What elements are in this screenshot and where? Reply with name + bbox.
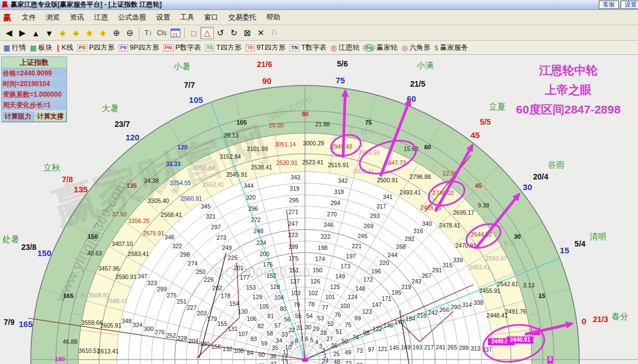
- pan-left-icon[interactable]: ◆←: [56, 27, 69, 39]
- calendar-icon[interactable]: 21: [168, 27, 182, 39]
- winner-service-icon: $: [434, 44, 438, 52]
- date-label: 23/8: [21, 243, 36, 252]
- pointer-down-icon[interactable]: ▼: [43, 27, 56, 39]
- toolbar-item-9p-square[interactable]: P99P四方形: [119, 43, 160, 53]
- toolbar-item-winner-wheel[interactable]: Big赢家轮: [363, 43, 397, 53]
- menu-item-帮助[interactable]: 帮助: [261, 11, 285, 25]
- svg-text:340: 340: [422, 220, 432, 227]
- svg-text:57: 57: [274, 322, 281, 329]
- center-cross-icon[interactable]: ✕: [254, 27, 268, 39]
- menu-item-设置[interactable]: 设置: [151, 11, 175, 25]
- svg-text:54: 54: [306, 313, 313, 319]
- pan-up-icon[interactable]: ◆↑: [83, 27, 96, 39]
- svg-text:129: 129: [252, 294, 262, 300]
- svg-text:347: 347: [138, 273, 148, 280]
- cls-icon[interactable]: Cls: [155, 27, 168, 39]
- svg-text:165: 165: [63, 292, 73, 299]
- date-label: 7/7: [184, 81, 195, 89]
- customer-service-button[interactable]: 客服: [599, 1, 619, 9]
- triangle-tool-icon[interactable]: △: [200, 27, 214, 39]
- svg-text:323: 323: [147, 280, 157, 286]
- flag-icon[interactable]: ⚐: [268, 27, 281, 39]
- gann-wheel-chart-area[interactable]: 赢家财富网www.yingjia360.comQQ:800080360360.c…: [0, 55, 638, 364]
- zoom-out-icon[interactable]: ⊖: [123, 27, 137, 39]
- toolbar-item-sectors[interactable]: ▩板块: [30, 43, 52, 53]
- menu-item-公式选股[interactable]: 公式选股: [113, 11, 151, 25]
- menu-item-文件[interactable]: 文件: [17, 11, 41, 25]
- svg-text:33.33: 33.33: [166, 160, 180, 167]
- svg-text:252: 252: [166, 332, 176, 339]
- pan-right-icon[interactable]: ◆→: [69, 27, 83, 39]
- svg-text:121: 121: [378, 346, 388, 352]
- svg-text:128: 128: [270, 283, 280, 290]
- zoom-in-icon[interactable]: ⊕: [110, 27, 123, 39]
- svg-text:244: 244: [388, 252, 398, 258]
- pan-down-icon[interactable]: ◆↓: [96, 27, 110, 39]
- toolbar-item-quotes[interactable]: ▦行情: [3, 43, 26, 53]
- svg-text:2455.91: 2455.91: [479, 287, 500, 294]
- svg-text:131: 131: [228, 325, 238, 332]
- svg-text:99: 99: [354, 315, 361, 322]
- gann-wheel-chart[interactable]: 赢家财富网www.yingjia360.comQQ:800080360360.c…: [0, 55, 638, 364]
- svg-text:339: 339: [453, 257, 463, 263]
- svg-text:313: 313: [471, 345, 481, 352]
- svg-text:146: 146: [383, 322, 393, 329]
- svg-text:169: 169: [401, 344, 411, 351]
- toolbar-item-gann-wheel[interactable]: ◎江恩轮: [330, 43, 359, 53]
- menu-item-交易委托[interactable]: 交易委托: [223, 11, 261, 25]
- svg-text:296: 296: [248, 205, 259, 212]
- toolbar-item-p-number-table[interactable]: PNP数字表: [163, 43, 201, 53]
- svg-text:60: 60: [259, 351, 265, 358]
- 9t-square-icon: T9: [246, 44, 255, 51]
- toolbar-item-winner-service[interactable]: $赢家服务: [434, 43, 468, 53]
- menu-item-资讯[interactable]: 资讯: [65, 11, 89, 25]
- calc-support-button[interactable]: 计算支撑: [34, 111, 67, 122]
- toolbar-item-9t-square[interactable]: T99T四方形: [246, 43, 286, 53]
- toolbar-item-t-number-table[interactable]: TNT数字表: [289, 43, 326, 53]
- menu-item-江恩[interactable]: 江恩: [89, 11, 113, 25]
- degree-label-150: 150: [37, 248, 51, 258]
- rotate-ccw-icon[interactable]: ↺: [214, 27, 227, 39]
- svg-text:13: 13: [282, 359, 288, 364]
- svg-text:2847.73: 2847.73: [385, 159, 406, 166]
- menu-item-窗口[interactable]: 窗口: [199, 11, 223, 25]
- svg-text:2568.41: 2568.41: [161, 211, 182, 218]
- calc-resistance-button[interactable]: 计算阻力: [2, 111, 34, 122]
- t-number-table-label: T数字表: [301, 43, 326, 53]
- toolbar-item-p-square[interactable]: PSP四方形: [77, 43, 115, 53]
- app-logo-icon: 赢: [2, 0, 8, 10]
- box-x-icon[interactable]: ⊠: [241, 27, 254, 39]
- svg-text:2613.41: 2613.41: [97, 348, 119, 354]
- svg-text:3152.84: 3152.84: [219, 153, 241, 160]
- svg-text:9.38: 9.38: [478, 202, 490, 209]
- svg-text:27: 27: [326, 335, 333, 342]
- svg-text:96: 96: [356, 362, 363, 364]
- svg-text:242: 242: [428, 309, 438, 316]
- svg-text:55: 55: [295, 313, 302, 319]
- toolbar-item-t-square[interactable]: TST四方形: [205, 43, 242, 53]
- svg-text:341: 341: [383, 193, 393, 200]
- svg-text:51: 51: [336, 328, 343, 335]
- svg-text:6.25: 6.25: [504, 240, 516, 247]
- back-icon[interactable]: ◀: [2, 27, 16, 39]
- rotate-cw-icon[interactable]: ↻: [227, 27, 241, 39]
- flip-axis-icon[interactable]: T↕: [142, 27, 155, 39]
- square-tool-icon[interactable]: □: [187, 27, 200, 39]
- menu-item-浏览[interactable]: 浏览: [41, 11, 65, 25]
- svg-text:292: 292: [405, 235, 415, 242]
- forward-icon[interactable]: ▶: [16, 27, 29, 39]
- svg-text:274: 274: [188, 260, 198, 267]
- svg-text:2515.91: 2515.91: [328, 162, 349, 168]
- svg-text:270: 270: [327, 211, 337, 218]
- menu-item-工具[interactable]: 工具: [175, 11, 199, 25]
- info-row-2: 变换系数=1.000000: [2, 89, 67, 100]
- svg-text:75: 75: [345, 322, 351, 328]
- svg-text:3559.66: 3559.66: [82, 319, 103, 326]
- svg-text:180: 180: [200, 341, 210, 347]
- svg-text:105: 105: [236, 119, 246, 126]
- settings-button-partial[interactable]: 设置: [621, 1, 638, 9]
- svg-text:290: 290: [451, 304, 461, 310]
- pointer-up-icon[interactable]: ▲: [29, 27, 43, 39]
- toolbar-item-hexagon[interactable]: ◎六角形: [401, 43, 430, 53]
- toolbar-item-kline[interactable]: ∥K线: [57, 43, 73, 53]
